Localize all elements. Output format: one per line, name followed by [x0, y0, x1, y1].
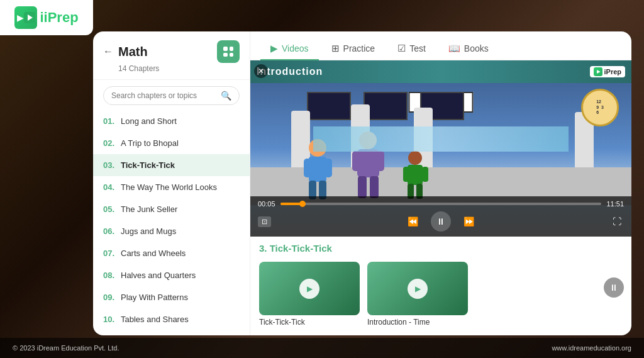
grid-dots-icon: [223, 47, 233, 57]
chapter-item-10[interactable]: 10. Tables and Shares: [93, 308, 250, 330]
chapter-name: Jugs and Mugs: [121, 227, 176, 236]
chapter-item-1[interactable]: 01. Long and Short: [93, 110, 250, 132]
footer-website: www.idreameducation.org: [552, 344, 631, 352]
main-card: ← Math 14 Chapters 🔍 01. Lo: [93, 31, 631, 335]
iprep-logo: iiPrep: [14, 6, 78, 29]
content-area: ▶ Videos ⊞ Practice ☑ Test 📖 Books ✕: [250, 31, 631, 335]
svg-rect-10: [352, 151, 360, 171]
fast-forward-button[interactable]: ⏩: [461, 214, 477, 229]
play-pause-button[interactable]: ⏸: [431, 211, 451, 232]
chapter-name: Carts and Wheels: [121, 249, 186, 258]
thumb-label-1: Tick-Tick-Tick: [259, 318, 360, 327]
tab-icon-test: ☑: [397, 43, 406, 54]
sidebar: ← Math 14 Chapters 🔍 01. Lo: [93, 31, 250, 335]
clock: 129 36: [581, 89, 619, 126]
chapter-name: Play With Patterns: [121, 293, 188, 302]
subtitle-button[interactable]: ⊡: [258, 216, 271, 227]
close-video-button[interactable]: ✕: [254, 64, 268, 78]
character-3: [401, 149, 430, 202]
badge-icon: ▶: [594, 67, 602, 76]
chapter-num: 05.: [103, 204, 121, 214]
iprep-logo-bar: iiPrep: [0, 0, 93, 35]
tab-label-practice: Practice: [343, 43, 375, 53]
tab-label-videos: Videos: [282, 43, 309, 53]
chapter-item-7[interactable]: 07. Carts and Wheels: [93, 242, 250, 264]
chapter-name: The Junk Seller: [121, 204, 177, 214]
video-thumbnails: ▶ Tick-Tick-Tick ▶ Introduction - Time: [250, 258, 631, 334]
playback-controls: ⏪ ⏸ ⏩: [405, 211, 477, 232]
bg-window: [313, 126, 569, 152]
chapter-item-6[interactable]: 06. Jugs and Mugs: [93, 220, 250, 242]
chapter-title: 3. Tick-Tick-Tick: [259, 243, 332, 254]
video-section: ✕ Introduction ▶ iPrep Arrivals: [250, 60, 631, 335]
tab-bar: ▶ Videos ⊞ Practice ☑ Test 📖 Books: [250, 31, 631, 60]
chapter-num: 07.: [103, 249, 121, 258]
chapter-num: 08.: [103, 271, 121, 280]
search-input[interactable]: [111, 91, 216, 100]
thumb-card-1[interactable]: ▶ Tick-Tick-Tick: [259, 262, 360, 327]
thumb-card-2[interactable]: ▶ Introduction - Time: [367, 262, 468, 327]
chapter-item-9[interactable]: 09. Play With Patterns: [93, 286, 250, 308]
chapter-name: Tables and Shares: [121, 315, 189, 324]
chapter-count: 14 Chapters: [118, 64, 240, 73]
svg-rect-12: [358, 176, 367, 198]
chapter-name: Long and Short: [121, 116, 177, 126]
chapter-name: The Way The World Looks: [121, 182, 217, 192]
thumb-label-2: Introduction - Time: [367, 318, 468, 327]
tab-test[interactable]: ☑ Test: [387, 38, 436, 60]
logo-icon: [14, 6, 37, 29]
svg-rect-4: [304, 159, 311, 177]
fullscreen-button[interactable]: ⛶: [610, 214, 624, 229]
grid-view-button[interactable]: [217, 40, 240, 63]
search-box[interactable]: 🔍: [103, 86, 240, 105]
chapter-item-8[interactable]: 08. Halves and Quarters: [93, 264, 250, 286]
chapter-name: Tick-Tick-Tick: [121, 160, 175, 170]
footer: © 2023 iDream Education Pvt. Ltd. www.id…: [0, 338, 644, 358]
chapter-num: 04.: [103, 182, 121, 192]
tab-icon-videos: ▶: [270, 43, 278, 54]
chapter-list: 01. Long and Short 02. A Trip to Bhopal …: [93, 110, 250, 335]
chapter-num: 03.: [103, 160, 121, 170]
svg-rect-13: [370, 176, 379, 198]
chapter-num: 06.: [103, 227, 121, 236]
video-player[interactable]: ✕ Introduction ▶ iPrep Arrivals: [250, 60, 631, 237]
thumb-play-icon-1: ▶: [299, 279, 319, 299]
rewind-button[interactable]: ⏪: [405, 214, 421, 229]
footer-copyright: © 2023 iDream Education Pvt. Ltd.: [13, 344, 119, 352]
back-row: ← Math: [103, 40, 240, 63]
svg-rect-5: [325, 159, 332, 177]
svg-rect-9: [357, 149, 379, 177]
video-controls[interactable]: 00:05 11:51 ⊡ ⏪ ⏸ ⏩: [250, 196, 631, 237]
floating-pause-button[interactable]: ⏸: [604, 277, 624, 298]
progress-bar-container: 00:05 11:51: [258, 200, 624, 208]
chapter-title-row: 3. Tick-Tick-Tick: [250, 237, 631, 258]
thumb-play-icon-2: ▶: [408, 279, 428, 299]
chapter-num: 01.: [103, 116, 121, 126]
back-button[interactable]: ←: [103, 46, 113, 57]
chapter-num: 02.: [103, 138, 121, 148]
chapter-item-5[interactable]: 05. The Junk Seller: [93, 198, 250, 220]
sidebar-header: ← Math 14 Chapters: [93, 31, 250, 80]
tab-icon-practice: ⊞: [331, 43, 340, 54]
progress-bar[interactable]: [280, 203, 602, 205]
chapter-name: A Trip to Bhopal: [121, 138, 179, 148]
tab-books[interactable]: 📖 Books: [438, 38, 499, 60]
video-title-bar: ✕ Introduction ▶ iPrep: [250, 60, 631, 83]
bg-screen-1: [307, 92, 351, 120]
svg-rect-11: [377, 151, 384, 171]
video-inner: ✕ Introduction ▶ iPrep Arrivals: [250, 60, 631, 237]
chapter-num: 09.: [103, 293, 121, 302]
tab-practice[interactable]: ⊞ Practice: [321, 38, 386, 60]
tab-label-test: Test: [409, 43, 426, 53]
svg-point-14: [408, 151, 422, 165]
chapter-name: Halves and Quarters: [121, 271, 196, 280]
search-icon: 🔍: [221, 91, 231, 101]
chapter-item-4[interactable]: 04. The Way The World Looks: [93, 176, 250, 198]
chapter-item-2[interactable]: 02. A Trip to Bhopal: [93, 132, 250, 154]
svg-rect-16: [403, 167, 409, 182]
logo-text: iiPrep: [40, 9, 78, 26]
chapter-item-3[interactable]: 03. Tick-Tick-Tick: [93, 154, 250, 176]
progress-dot: [299, 201, 306, 207]
time-current: 00:05: [258, 200, 275, 208]
tab-videos[interactable]: ▶ Videos: [260, 38, 319, 60]
